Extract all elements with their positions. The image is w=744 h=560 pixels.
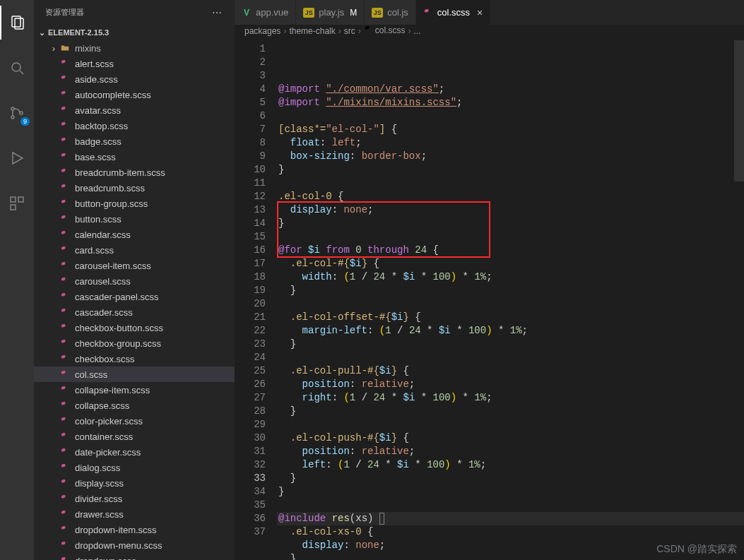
explorer-icon[interactable] xyxy=(0,6,34,40)
file-checkbox-scss[interactable]: checkbox.scss xyxy=(34,351,235,367)
project-root[interactable]: ⌄ ELEMENT-2.15.3 xyxy=(34,25,235,40)
file-divider-scss[interactable]: divider.scss xyxy=(34,491,235,506)
file-dropdown-item-scss[interactable]: dropdown-item.scss xyxy=(34,522,235,537)
code-line-34[interactable]: .el-col-xs-0 { xyxy=(277,525,744,539)
file-checkbox-button-scss[interactable]: checkbox-button.scss xyxy=(34,320,235,335)
file-backtop-scss[interactable]: backtop.scss xyxy=(34,118,235,133)
code-line-3[interactable] xyxy=(277,109,744,123)
svg-rect-10 xyxy=(11,205,16,210)
code-line-28[interactable]: position: relative; xyxy=(277,445,744,458)
code-line-12[interactable] xyxy=(277,230,744,244)
close-icon[interactable]: × xyxy=(477,7,483,18)
file-breadcrumb-item-scss[interactable]: breadcrumb-item.scss xyxy=(34,165,235,180)
code-line-31[interactable]: } xyxy=(277,485,744,499)
file-drawer-scss[interactable]: drawer.scss xyxy=(34,506,235,522)
code-line-16[interactable]: } xyxy=(277,284,744,297)
breadcrumb-4[interactable]: ... xyxy=(413,26,420,36)
svg-marker-7 xyxy=(13,153,23,164)
file-card-scss[interactable]: card.scss xyxy=(34,242,235,258)
code-line-27[interactable]: .el-col-push-#{$i} { xyxy=(277,431,744,445)
code-line-9[interactable]: .el-col-0 { xyxy=(277,190,744,203)
code-line-17[interactable] xyxy=(277,297,744,311)
code-line-7[interactable]: } xyxy=(277,163,744,177)
file-dropdown-scss[interactable]: dropdown.scss xyxy=(34,553,235,560)
tab-col-js[interactable]: JScol.js xyxy=(365,0,416,25)
breadcrumb-2[interactable]: src xyxy=(344,26,355,36)
code-line-6[interactable]: box-sizing: border-box; xyxy=(277,150,744,163)
file-button-group-scss[interactable]: button-group.scss xyxy=(34,196,235,211)
code-line-11[interactable]: } xyxy=(277,217,744,230)
sidebar-title-row: 资源管理器 ⋯ xyxy=(34,0,235,25)
file-dropdown-menu-scss[interactable]: dropdown-menu.scss xyxy=(34,537,235,553)
code-line-26[interactable] xyxy=(277,418,744,431)
code-line-15[interactable]: width: (1 / 24 * $i * 100) * 1%; xyxy=(277,270,744,284)
sidebar-more-icon[interactable]: ⋯ xyxy=(212,7,223,18)
tab-app-vue[interactable]: Vapp.vue xyxy=(235,0,296,25)
code-line-1[interactable]: @import "./common/var.scss"; xyxy=(277,83,744,96)
code-line-29[interactable]: left: (1 / 24 * $i * 100) * 1%; xyxy=(277,458,744,472)
file-cascader-scss[interactable]: cascader.scss xyxy=(34,304,235,320)
scm-badge: 9 xyxy=(20,117,30,126)
code-line-10[interactable]: display: none; xyxy=(277,203,744,217)
activity-bar: 9 xyxy=(0,0,34,560)
watermark: CSDN @踏实探索 xyxy=(656,543,737,556)
file-date-picker-scss[interactable]: date-picker.scss xyxy=(34,444,235,460)
file-carousel-scss[interactable]: carousel.scss xyxy=(34,273,235,289)
file-display-scss[interactable]: display.scss xyxy=(34,475,235,491)
file-col-scss[interactable]: col.scss xyxy=(34,367,235,382)
breadcrumb-3[interactable]: col.scss xyxy=(364,25,406,37)
source-control-icon[interactable]: 9 xyxy=(0,96,34,130)
code-editor[interactable]: 1234567891011121314151617181920212223242… xyxy=(235,37,744,560)
code-line-13[interactable]: @for $i from 0 through 24 { xyxy=(277,244,744,257)
chevron-down-icon: ⌄ xyxy=(37,28,47,37)
code-line-19[interactable]: margin-left: (1 / 24 * $i * 100) * 1%; xyxy=(277,324,744,338)
file-button-scss[interactable]: button.scss xyxy=(34,211,235,227)
file-alert-scss[interactable]: alert.scss xyxy=(34,56,235,71)
code-line-21[interactable] xyxy=(277,351,744,364)
folder-mixins[interactable]: ›mixins xyxy=(34,40,235,56)
extensions-icon[interactable] xyxy=(0,186,34,220)
file-dialog-scss[interactable]: dialog.scss xyxy=(34,460,235,475)
code-line-24[interactable]: right: (1 / 24 * $i * 100) * 1%; xyxy=(277,391,744,405)
search-icon[interactable] xyxy=(0,51,34,85)
sidebar-title: 资源管理器 xyxy=(45,7,84,18)
file-aside-scss[interactable]: aside.scss xyxy=(34,71,235,87)
tab-col-scss[interactable]: col.scss× xyxy=(416,0,490,25)
file-cascader-panel-scss[interactable]: cascader-panel.scss xyxy=(34,289,235,304)
code-line-30[interactable]: } xyxy=(277,472,744,485)
code-line-5[interactable]: float: left; xyxy=(277,136,744,150)
code-line-23[interactable]: position: relative; xyxy=(277,378,744,391)
svg-point-2 xyxy=(12,63,20,71)
file-color-picker-scss[interactable]: color-picker.scss xyxy=(34,413,235,429)
file-collapse-item-scss[interactable]: collapse-item.scss xyxy=(34,382,235,398)
code-line-18[interactable]: .el-col-offset-#{$i} { xyxy=(277,311,744,324)
file-base-scss[interactable]: base.scss xyxy=(34,149,235,165)
breadcrumb-0[interactable]: packages xyxy=(244,26,281,36)
code-line-14[interactable]: .el-col-#{$i} { xyxy=(277,257,744,270)
scroll-thumb[interactable] xyxy=(734,40,744,181)
code-content[interactable]: @import "./common/var.scss";@import "./m… xyxy=(277,37,744,560)
code-line-2[interactable]: @import "./mixins/mixins.scss"; xyxy=(277,96,744,109)
breadcrumb-1[interactable]: theme-chalk xyxy=(289,26,335,36)
tab-play-js[interactable]: JSplay.jsM xyxy=(296,0,365,25)
svg-rect-9 xyxy=(18,197,23,202)
breadcrumbs[interactable]: packages›theme-chalk›src›col.scss›... xyxy=(235,25,744,37)
code-line-33[interactable]: @include res(xs) xyxy=(277,512,744,525)
file-avatar-scss[interactable]: avatar.scss xyxy=(34,102,235,118)
code-line-32[interactable] xyxy=(277,499,744,512)
file-checkbox-group-scss[interactable]: checkbox-group.scss xyxy=(34,335,235,351)
file-container-scss[interactable]: container.scss xyxy=(34,429,235,444)
file-autocomplete-scss[interactable]: autocomplete.scss xyxy=(34,87,235,102)
run-debug-icon[interactable] xyxy=(0,141,34,175)
file-collapse-scss[interactable]: collapse.scss xyxy=(34,398,235,413)
code-line-25[interactable]: } xyxy=(277,405,744,418)
file-badge-scss[interactable]: badge.scss xyxy=(34,133,235,149)
scrollbar-vertical[interactable] xyxy=(734,40,744,560)
file-carousel-item-scss[interactable]: carousel-item.scss xyxy=(34,258,235,273)
code-line-8[interactable] xyxy=(277,177,744,190)
file-calendar-scss[interactable]: calendar.scss xyxy=(34,227,235,242)
code-line-4[interactable]: [class*="el-col-"] { xyxy=(277,123,744,136)
code-line-22[interactable]: .el-col-pull-#{$i} { xyxy=(277,364,744,378)
code-line-20[interactable]: } xyxy=(277,338,744,351)
file-breadcrumb-scss[interactable]: breadcrumb.scss xyxy=(34,180,235,196)
